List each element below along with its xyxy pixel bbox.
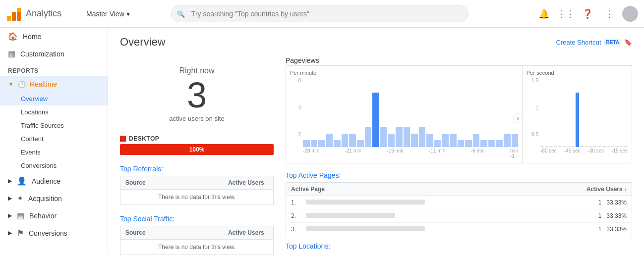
sidebar-item-acquisition[interactable]: ▶ ✦ Acquisition bbox=[0, 190, 108, 207]
bar bbox=[326, 134, 333, 148]
device-label: DESKTOP bbox=[120, 135, 274, 142]
logo-area: Analytics bbox=[6, 6, 75, 22]
chart-arrow-button[interactable]: › bbox=[513, 113, 523, 123]
bar bbox=[496, 140, 503, 147]
bar bbox=[624, 146, 628, 147]
sidebar-item-audience[interactable]: ▶ 👤 Audience bbox=[0, 172, 108, 190]
active-users-col-header: Active Users ↓ bbox=[178, 176, 274, 190]
sidebar-item-home[interactable]: 🏠 Home bbox=[0, 28, 108, 45]
bar bbox=[450, 134, 457, 148]
right-panel: Pageviews Per minute 8 4 bbox=[286, 56, 632, 255]
sidebar-sub-events[interactable]: Events bbox=[0, 146, 108, 159]
bar bbox=[442, 134, 449, 148]
page-title: Overview bbox=[120, 36, 166, 49]
chevron-right-icon: ▶ bbox=[8, 195, 12, 202]
chevron-down-icon: ▾ bbox=[126, 10, 130, 18]
url-placeholder bbox=[306, 200, 425, 204]
row-users: 1 33.33% bbox=[539, 209, 632, 223]
bar bbox=[380, 127, 387, 147]
behavior-icon: ▤ bbox=[17, 211, 24, 220]
active-count: 3 bbox=[120, 77, 274, 113]
audience-icon: 👤 bbox=[17, 176, 27, 186]
bar bbox=[558, 146, 562, 147]
bar bbox=[411, 134, 418, 148]
y-labels-per-minute: 8 4 2 bbox=[290, 78, 301, 137]
bar bbox=[434, 140, 441, 147]
bar bbox=[419, 127, 426, 147]
search-input[interactable] bbox=[171, 5, 468, 22]
bar bbox=[404, 127, 410, 147]
reports-label: REPORTS bbox=[0, 62, 108, 76]
table-row: 3. 1 33.33% bbox=[286, 223, 632, 236]
bar bbox=[598, 146, 601, 147]
apps-button[interactable]: ⋮⋮ bbox=[557, 5, 575, 23]
social-source-col-header: Source bbox=[120, 226, 178, 240]
bar bbox=[396, 127, 403, 147]
top-active-pages-title[interactable]: Top Active Pages: bbox=[286, 171, 632, 179]
bar bbox=[615, 146, 619, 147]
active-users-col-header2: Active Users ↓ bbox=[539, 183, 632, 196]
top-social-title[interactable]: Top Social Traffic: bbox=[120, 215, 274, 223]
sidebar-item-realtime[interactable]: ▼ 🕐 Realtime bbox=[0, 76, 108, 92]
active-pages-body: 1. 1 33.33% 2. 1 33.33% 3. 1 33.33% bbox=[286, 196, 632, 236]
per-minute-label: Per minute bbox=[290, 70, 518, 76]
main-area: 🏠 Home ▦ Customization REPORTS ▼ 🕐 Realt… bbox=[0, 28, 644, 255]
sidebar-sub-locations[interactable]: Locations bbox=[0, 105, 108, 119]
more-options-button[interactable]: ⋮ bbox=[600, 5, 618, 23]
sidebar-sub-conversions-realtime[interactable]: Conversions bbox=[0, 159, 108, 172]
top-locations-title[interactable]: Top Locations: bbox=[286, 242, 632, 250]
bar bbox=[303, 140, 310, 147]
row-users: 1 33.33% bbox=[539, 196, 632, 209]
master-view-dropdown[interactable]: Master View ▾ bbox=[81, 7, 135, 21]
bar bbox=[512, 134, 519, 148]
customization-icon: ▦ bbox=[8, 49, 15, 58]
sidebar-item-customization[interactable]: ▦ Customization bbox=[0, 45, 108, 62]
avatar[interactable] bbox=[622, 6, 638, 22]
row-url[interactable] bbox=[301, 223, 539, 236]
realtime-label: Realtime bbox=[30, 80, 57, 88]
chevron-right-icon: ▶ bbox=[8, 212, 12, 219]
bar bbox=[563, 146, 566, 147]
create-shortcut-button[interactable]: Create Shortcut BETA 🔖 bbox=[556, 39, 632, 46]
no-data-referrals: There is no data for this view. bbox=[120, 190, 274, 205]
sidebar-item-behavior[interactable]: ▶ ▤ Behavior bbox=[0, 207, 108, 224]
row-users: 1 33.33% bbox=[539, 223, 632, 236]
sidebar-sub-content[interactable]: Content bbox=[0, 132, 108, 146]
row-url[interactable] bbox=[301, 196, 539, 209]
content-grid: Right now 3 active users on site DESKTOP… bbox=[120, 56, 632, 255]
bar bbox=[589, 146, 592, 147]
row-url[interactable] bbox=[301, 209, 539, 223]
bookmark-icon: 🔖 bbox=[624, 39, 632, 46]
help-button[interactable]: ❓ bbox=[579, 5, 596, 23]
sidebar-sub-traffic-sources[interactable]: Traffic Sources bbox=[0, 119, 108, 132]
source-col-header: Source bbox=[120, 176, 178, 190]
bar bbox=[458, 140, 465, 147]
bars-per-second bbox=[540, 88, 628, 147]
content-area: Overview Create Shortcut BETA 🔖 Right no… bbox=[108, 28, 644, 255]
bar bbox=[357, 140, 364, 147]
chart-per-minute: Per minute 8 4 2 bbox=[286, 66, 523, 163]
bar bbox=[593, 146, 597, 147]
sort-icon: ↓ bbox=[266, 180, 268, 186]
sidebar-item-customization-label: Customization bbox=[20, 50, 64, 58]
right-now-block: Right now 3 active users on site bbox=[120, 56, 274, 127]
bar bbox=[620, 146, 623, 147]
sidebar-item-conversions[interactable]: ▶ ⚑ Conversions bbox=[0, 224, 108, 242]
top-bar: Analytics Master View ▾ 🔍 🔔 ⋮⋮ ❓ ⋮ bbox=[0, 0, 644, 28]
top-referrals-title[interactable]: Top Referrals: bbox=[120, 165, 274, 173]
table-row: There is no data for this view. bbox=[120, 240, 274, 255]
progress-bar-bg: 100% bbox=[120, 144, 274, 155]
notifications-button[interactable]: 🔔 bbox=[535, 5, 553, 23]
no-data-social: There is no data for this view. bbox=[120, 240, 274, 255]
search-bar: 🔍 bbox=[171, 5, 468, 22]
pageviews-section: Pageviews Per minute 8 4 bbox=[286, 56, 632, 163]
logo-text: Analytics bbox=[26, 8, 61, 19]
active-pages-table: Active Page Active Users ↓ 1. 1 33.33% bbox=[286, 182, 632, 236]
y-labels-per-second: 1.5 1 0.5 bbox=[527, 78, 538, 137]
svg-rect-0 bbox=[7, 16, 11, 21]
acquisition-icon: ✦ bbox=[17, 194, 23, 203]
bar bbox=[607, 146, 610, 147]
bar bbox=[567, 146, 570, 147]
bar bbox=[504, 134, 511, 148]
sidebar-sub-overview[interactable]: Overview bbox=[0, 92, 108, 105]
